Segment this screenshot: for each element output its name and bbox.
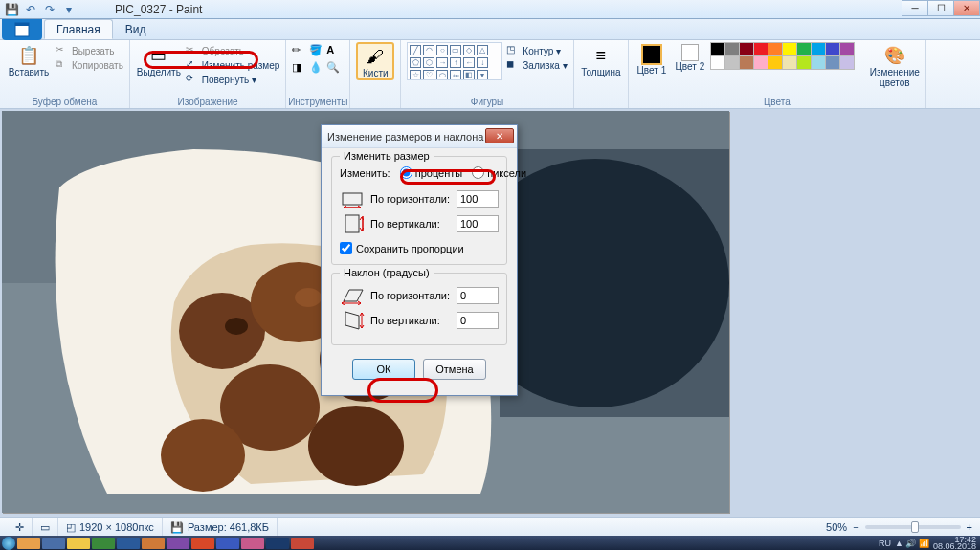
brushes-button[interactable]: 🖌 Кисти <box>356 42 394 80</box>
size-button[interactable]: ≡ Толщина <box>580 42 622 77</box>
taskbar-app[interactable] <box>266 538 289 549</box>
horizontal-input[interactable] <box>457 190 499 208</box>
taskbar-app[interactable] <box>142 538 165 549</box>
svg-point-11 <box>161 419 245 492</box>
palette-swatch[interactable] <box>710 55 725 70</box>
skew-h-icon <box>340 285 365 306</box>
file-menu-button[interactable] <box>2 19 42 40</box>
crop-icon: ✂ <box>186 44 199 57</box>
palette-swatch[interactable] <box>796 42 812 56</box>
pixels-radio[interactable]: пиксели <box>472 166 526 179</box>
palette-swatch[interactable] <box>739 42 754 56</box>
palette-swatch[interactable] <box>782 55 797 70</box>
start-button[interactable] <box>2 537 15 550</box>
dialog-title-bar[interactable]: Изменение размеров и наклона ✕ <box>322 125 517 148</box>
minimize-button[interactable]: ─ <box>902 0 928 16</box>
zoom-in-button[interactable]: + <box>967 521 972 533</box>
palette-swatch[interactable] <box>839 42 855 56</box>
zoom-slider[interactable] <box>865 525 961 529</box>
ok-button[interactable]: ОК <box>352 359 415 380</box>
tab-home[interactable]: Главная <box>44 19 113 39</box>
change-by-label: Изменить: <box>340 167 390 179</box>
keep-ratio-checkbox[interactable] <box>340 242 352 254</box>
group-image: ▭ Выделить ✂Обрезать ⤢Изменить размер ⟳П… <box>130 40 286 108</box>
dialog-close-button[interactable]: ✕ <box>485 128 514 143</box>
palette-swatch[interactable] <box>753 55 768 70</box>
skew-group: Наклон (градусы) По горизонтали: По верт… <box>331 273 507 345</box>
rotate-button[interactable]: ⟳Повернуть ▾ <box>186 73 279 86</box>
redo-icon[interactable]: ↷ <box>42 2 57 17</box>
palette-swatch[interactable] <box>839 55 855 70</box>
color-palette[interactable] <box>711 42 866 69</box>
palette-swatch[interactable] <box>768 42 783 56</box>
palette-swatch[interactable] <box>825 55 840 70</box>
qat-more-icon[interactable]: ▾ <box>61 2 77 17</box>
fill-icon: ◼ <box>506 58 520 72</box>
palette-swatch[interactable] <box>724 42 740 56</box>
skew-h-input[interactable] <box>457 287 499 304</box>
close-button[interactable]: ✕ <box>953 0 980 16</box>
file-size: 💾Размер: 461,8КБ <box>163 518 278 536</box>
eraser-tool[interactable]: ◨ <box>292 61 307 77</box>
palette-swatch[interactable] <box>710 42 725 56</box>
percent-radio[interactable]: проценты <box>400 166 463 179</box>
edit-colors-button[interactable]: 🎨 Изменение цветов <box>870 42 920 88</box>
palette-swatch[interactable] <box>825 42 840 56</box>
brush-icon: 🖌 <box>364 45 387 68</box>
ribbon: 📋 Вставить ✂Вырезать ⧉Копировать Буфер о… <box>0 40 980 109</box>
status-bar: ✛ ▭ ◰1920 × 1080пкс 💾Размер: 461,8КБ 50%… <box>0 517 980 536</box>
paste-button[interactable]: 📋 Вставить <box>6 42 52 77</box>
picker-tool[interactable]: 💧 <box>309 61 324 77</box>
select-button[interactable]: ▭ Выделить <box>136 42 182 77</box>
resize-icon: ⤢ <box>186 58 199 72</box>
taskbar-app[interactable] <box>17 538 40 549</box>
tray-date[interactable]: 08.06.2018 <box>933 543 976 550</box>
fill-tool[interactable]: 🪣 <box>309 44 324 59</box>
shapes-gallery[interactable]: ╱◠○▭◇△ ⬠⬡→↑←↓ ☆♡⬭⬰◧▾ <box>407 42 502 80</box>
tray-lang[interactable]: RU <box>879 539 891 548</box>
save-icon[interactable]: 💾 <box>4 2 19 17</box>
vertical-icon <box>340 213 365 234</box>
resize-button[interactable]: ⤢Изменить размер <box>186 58 279 72</box>
taskbar-app[interactable] <box>167 538 189 549</box>
canvas-dimensions: ◰1920 × 1080пкс <box>58 518 163 536</box>
taskbar-app[interactable] <box>291 538 314 549</box>
palette-swatch[interactable] <box>811 42 826 56</box>
color2-button[interactable]: Цвет 2 <box>673 42 707 72</box>
group-shapes: ╱◠○▭◇△ ⬠⬡→↑←↓ ☆♡⬭⬰◧▾ ◳Контур ▾ ◼Заливка … <box>401 40 574 108</box>
palette-swatch[interactable] <box>811 55 826 70</box>
taskbar-app[interactable] <box>117 538 140 549</box>
maximize-button[interactable]: ☐ <box>927 0 954 16</box>
taskbar-app[interactable] <box>216 538 239 549</box>
palette-swatch[interactable] <box>768 55 783 70</box>
cancel-button[interactable]: Отмена <box>423 359 486 380</box>
zoom-out-button[interactable]: − <box>853 521 858 533</box>
palette-swatch[interactable] <box>753 42 768 56</box>
tab-view[interactable]: Вид <box>113 19 159 39</box>
taskbar-app[interactable] <box>191 538 214 549</box>
tray-icons[interactable]: ▲ 🔊 📶 <box>895 539 929 548</box>
skew-v-input[interactable] <box>457 312 499 329</box>
crop-button: ✂Обрезать <box>186 44 279 57</box>
vertical-input[interactable] <box>457 215 499 232</box>
zoom-tool[interactable]: 🔍 <box>326 61 342 77</box>
shape-fill[interactable]: ◼Заливка ▾ <box>506 58 568 72</box>
palette-swatch[interactable] <box>796 55 812 70</box>
taskbar-app[interactable] <box>42 538 65 549</box>
taskbar-app[interactable] <box>92 538 115 549</box>
pencil-tool[interactable]: ✏ <box>292 44 307 59</box>
undo-icon[interactable]: ↶ <box>23 2 38 17</box>
thickness-icon: ≡ <box>590 44 612 67</box>
palette-swatch[interactable] <box>724 55 740 70</box>
palette-swatch[interactable] <box>739 55 754 70</box>
text-tool[interactable]: A <box>326 44 342 59</box>
palette-icon: 🎨 <box>883 44 906 67</box>
color1-button[interactable]: Цвет 1 <box>635 42 669 76</box>
palette-swatch[interactable] <box>782 42 797 56</box>
copy-button: ⧉Копировать <box>56 58 123 72</box>
shape-outline[interactable]: ◳Контур ▾ <box>506 44 568 57</box>
dialog-title: Изменение размеров и наклона <box>327 131 483 143</box>
taskbar-app[interactable] <box>241 538 264 549</box>
svg-point-13 <box>295 288 322 307</box>
taskbar-app[interactable] <box>67 538 90 549</box>
